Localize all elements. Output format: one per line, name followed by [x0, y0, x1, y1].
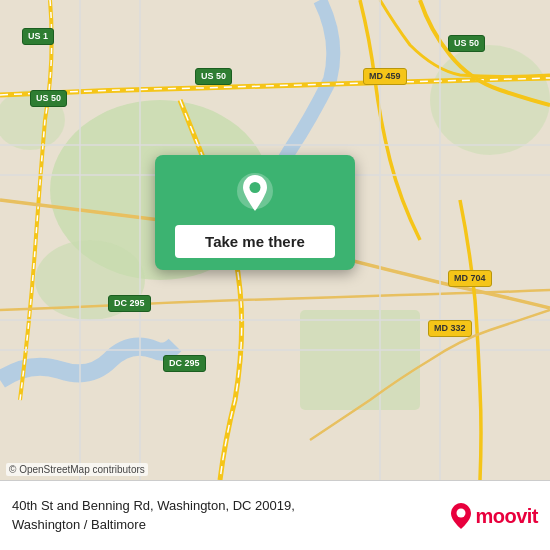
map-attribution: © OpenStreetMap contributors	[6, 463, 148, 476]
location-pin-icon	[233, 171, 277, 215]
moovit-wordmark: moovit	[475, 506, 538, 526]
badge-md332: MD 332	[428, 320, 472, 337]
map-container: US 1 US 50 US 50 MD 459 US 50 DC 295 DC …	[0, 0, 550, 480]
badge-us50-right: US 50	[448, 35, 485, 52]
badge-dc295-1: DC 295	[108, 295, 151, 312]
take-me-there-button[interactable]: Take me there	[175, 225, 335, 258]
svg-rect-3	[300, 310, 420, 410]
address-line2: Washington / Baltimore	[12, 516, 440, 534]
svg-point-15	[250, 182, 261, 193]
footer: 40th St and Benning Rd, Washington, DC 2…	[0, 480, 550, 550]
badge-dc295-2: DC 295	[163, 355, 206, 372]
moovit-pin-icon	[450, 502, 472, 530]
badge-us1: US 1	[22, 28, 54, 45]
address-line1: 40th St and Benning Rd, Washington, DC 2…	[12, 497, 440, 515]
badge-us50-left: US 50	[30, 90, 67, 107]
moovit-logo: moovit	[450, 502, 538, 530]
popup-card: Take me there	[155, 155, 355, 270]
address-block: 40th St and Benning Rd, Washington, DC 2…	[12, 497, 440, 533]
badge-md459: MD 459	[363, 68, 407, 85]
badge-us50-mid: US 50	[195, 68, 232, 85]
badge-md704: MD 704	[448, 270, 492, 287]
svg-point-16	[457, 508, 466, 517]
